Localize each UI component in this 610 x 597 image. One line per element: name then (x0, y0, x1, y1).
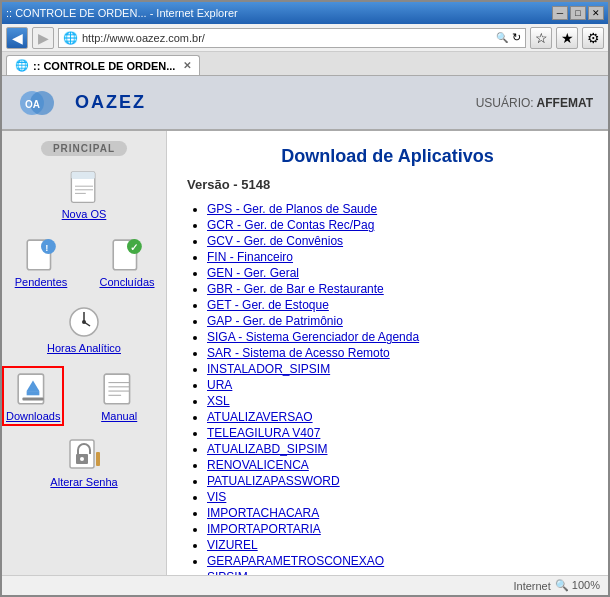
sidebar-item-downloads-highlighted[interactable]: Downloads (2, 366, 64, 426)
list-item: IMPORTACHACARA (207, 506, 588, 520)
favorites-star[interactable]: ☆ (530, 27, 552, 49)
sidebar-item-manual[interactable]: Manual (72, 366, 166, 426)
tab-close-button[interactable]: ✕ (183, 60, 191, 71)
downloads-label: Downloads (6, 410, 60, 422)
list-item: FIN - Financeiro (207, 250, 588, 264)
horas-analitico-icon (64, 302, 104, 342)
search-refresh-icon[interactable]: 🔍 (496, 32, 508, 43)
download-link-siga[interactable]: SIGA - Sistema Gerenciador de Agenda (207, 330, 419, 344)
sidebar-row-downloads-manual: Downloads Manual (2, 366, 166, 426)
download-link-vis[interactable]: VIS (207, 490, 226, 504)
logo-image: OA (17, 83, 67, 123)
browser-window: :: CONTROLE DE ORDEN... - Internet Explo… (0, 0, 610, 597)
download-link-sar[interactable]: SAR - Sistema de Acesso Remoto (207, 346, 390, 360)
download-link-patualizapassword[interactable]: PATUALIZAPASSWORD (207, 474, 340, 488)
list-item: GAP - Ger. de Patrimônio (207, 314, 588, 328)
maximize-button[interactable]: □ (570, 6, 586, 20)
navigation-bar: ◀ ▶ 🌐 http://www.oazez.com.br/ 🔍 ↻ ☆ ★ ⚙ (2, 24, 608, 52)
download-link-gps[interactable]: GPS - Ger. de Planos de Saude (207, 202, 377, 216)
alterar-senha-label: Alterar Senha (50, 476, 117, 488)
svg-rect-21 (23, 397, 44, 400)
tools-button[interactable]: ⚙ (582, 27, 604, 49)
address-bar[interactable]: 🌐 http://www.oazez.com.br/ 🔍 ↻ (58, 28, 526, 48)
status-zone: Internet 🔍 100% (513, 579, 600, 592)
list-item: GBR - Ger. de Bar e Restaurante (207, 282, 588, 296)
alterar-senha-icon (64, 436, 104, 476)
zoom-icon: 🔍 100% (555, 579, 600, 592)
download-link-vizurel[interactable]: VIZUREL (207, 538, 258, 552)
download-link-fin[interactable]: FIN - Financeiro (207, 250, 293, 264)
close-button[interactable]: ✕ (588, 6, 604, 20)
list-item: GPS - Ger. de Planos de Saude (207, 202, 588, 216)
list-item: ATUALIZAVERSAO (207, 410, 588, 424)
download-link-get[interactable]: GET - Ger. de Estoque (207, 298, 329, 312)
tab-icon: 🌐 (15, 59, 29, 72)
sidebar-item-alterar-senha[interactable]: Alterar Senha (2, 432, 166, 492)
download-link-importaportaria[interactable]: IMPORTAPORTARIA (207, 522, 321, 536)
list-item: SIGA - Sistema Gerenciador de Agenda (207, 330, 588, 344)
site-header: OA OAZEZ USUÁRIO: AFFEMAT (2, 76, 608, 131)
download-link-gap[interactable]: GAP - Ger. de Patrimônio (207, 314, 343, 328)
sidebar-item-pendentes[interactable]: ! Pendentes (2, 232, 80, 292)
sidebar-row-pendentes-concluidas: ! Pendentes ✓ Concluídas (2, 232, 166, 292)
manual-icon (99, 370, 139, 410)
tab-bar: 🌐 :: CONTROLE DE ORDEN... ✕ (2, 52, 608, 76)
list-item: XSL (207, 394, 588, 408)
refresh-icon[interactable]: ↻ (512, 31, 521, 44)
main-content: Download de Aplicativos Versão - 5148 GP… (167, 131, 608, 575)
horas-analitico-label: Horas Analítico (47, 342, 121, 354)
address-icon: 🌐 (63, 31, 78, 45)
list-item: GCV - Ger. de Convênios (207, 234, 588, 248)
list-item: SAR - Sistema de Acesso Remoto (207, 346, 588, 360)
user-name: AFFEMAT (537, 96, 593, 110)
address-text: http://www.oazez.com.br/ (82, 32, 492, 44)
download-link-atualizabd[interactable]: ATUALIZABD_SIPSIM (207, 442, 327, 456)
download-link-gbr[interactable]: GBR - Ger. de Bar e Restaurante (207, 282, 384, 296)
user-info: USUÁRIO: AFFEMAT (476, 96, 593, 110)
list-item: ATUALIZABD_SIPSIM (207, 442, 588, 456)
sidebar-item-concluidas[interactable]: ✓ Concluídas (88, 232, 166, 292)
download-link-gen[interactable]: GEN - Ger. Geral (207, 266, 299, 280)
tab-label: :: CONTROLE DE ORDEN... (33, 60, 175, 72)
downloads-icon (13, 370, 53, 410)
svg-text:!: ! (45, 242, 48, 253)
svg-rect-30 (96, 452, 100, 466)
user-label: USUÁRIO: (476, 96, 534, 110)
pendentes-label: Pendentes (15, 276, 68, 288)
nova-os-label: Nova OS (62, 208, 107, 220)
zone-text: Internet (513, 580, 550, 592)
manual-label: Manual (101, 410, 137, 422)
list-item: IMPORTAPORTARIA (207, 522, 588, 536)
sidebar-item-nova-os[interactable]: Nova OS (2, 164, 166, 224)
svg-text:✓: ✓ (130, 242, 138, 253)
download-link-geraparametrosconexao[interactable]: GERAPARAMETROSCONEXAO (207, 554, 384, 568)
concluidas-label: Concluídas (99, 276, 154, 288)
list-item: RENOVALICENCA (207, 458, 588, 472)
svg-rect-22 (104, 374, 129, 404)
svg-rect-20 (27, 391, 40, 395)
window-title: :: CONTROLE DE ORDEN... - Internet Explo… (6, 7, 238, 19)
forward-button[interactable]: ▶ (32, 27, 54, 49)
list-item: URA (207, 378, 588, 392)
download-link-gcv[interactable]: GCV - Ger. de Convênios (207, 234, 343, 248)
list-item: TELEAGILURA V407 (207, 426, 588, 440)
list-item: VIS (207, 490, 588, 504)
sidebar-item-horas-analitico[interactable]: Horas Analítico (2, 298, 166, 358)
list-item: INSTALADOR_SIPSIM (207, 362, 588, 376)
active-tab[interactable]: 🌐 :: CONTROLE DE ORDEN... ✕ (6, 55, 200, 75)
title-bar: :: CONTROLE DE ORDEN... - Internet Explo… (2, 2, 608, 24)
download-link-importachacara[interactable]: IMPORTACHACARA (207, 506, 319, 520)
download-link-ura[interactable]: URA (207, 378, 232, 392)
download-link-gcr[interactable]: GCR - Ger. de Contas Rec/Pag (207, 218, 374, 232)
sidebar-section-title: PRINCIPAL (41, 141, 127, 156)
download-link-xsl[interactable]: XSL (207, 394, 230, 408)
download-link-atualizaversao[interactable]: ATUALIZAVERSAO (207, 410, 313, 424)
back-button[interactable]: ◀ (6, 27, 28, 49)
list-item: PATUALIZAPASSWORD (207, 474, 588, 488)
favorites-star2[interactable]: ★ (556, 27, 578, 49)
minimize-button[interactable]: ─ (552, 6, 568, 20)
download-link-teleagilura[interactable]: TELEAGILURA V407 (207, 426, 320, 440)
download-link-instalador-sipsim[interactable]: INSTALADOR_SIPSIM (207, 362, 330, 376)
download-link-renovalicenca[interactable]: RENOVALICENCA (207, 458, 309, 472)
pendentes-icon: ! (21, 236, 61, 276)
